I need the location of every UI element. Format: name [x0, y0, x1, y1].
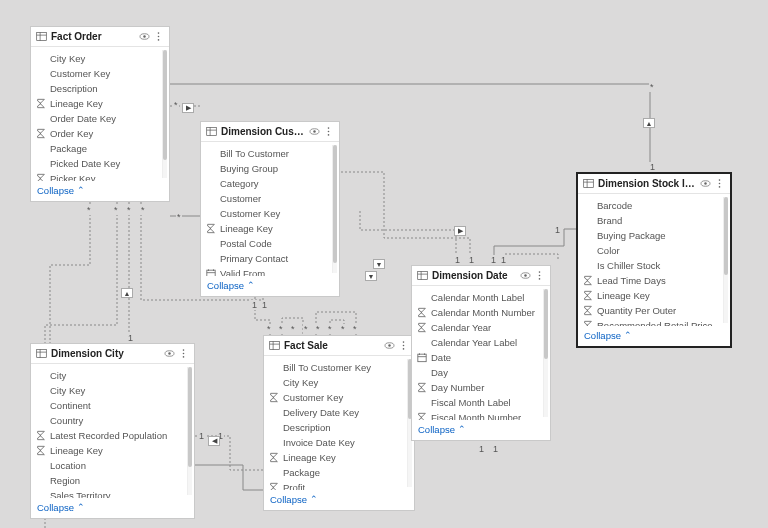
field-row[interactable]: Delivery Date Key — [264, 405, 407, 420]
field-row[interactable]: Calendar Month Number — [412, 305, 543, 320]
field-row[interactable]: Postal Code — [201, 236, 332, 251]
field-row[interactable]: Calendar Year — [412, 320, 543, 335]
table-card-dim_city[interactable]: Dimension CityCityCity KeyContinentCount… — [30, 343, 195, 519]
field-row[interactable]: City — [31, 368, 187, 383]
field-row[interactable]: Location — [31, 458, 187, 473]
field-row[interactable]: Calendar Year Label — [412, 335, 543, 350]
field-row[interactable]: City Key — [31, 383, 187, 398]
visible-icon[interactable] — [520, 270, 531, 281]
field-row[interactable]: Recommended Retail Price — [578, 318, 723, 326]
field-row[interactable]: Lineage Key — [201, 221, 332, 236]
collapse-link[interactable]: Collapse ⌃ — [31, 498, 194, 518]
field-row[interactable]: Fiscal Month Number — [412, 410, 543, 420]
more-icon[interactable] — [714, 178, 725, 189]
field-row[interactable]: Country — [31, 413, 187, 428]
field-row[interactable]: Buying Package — [578, 228, 723, 243]
field-row[interactable]: Profit — [264, 480, 407, 490]
filter-direction-icon[interactable]: ▼ — [373, 259, 385, 269]
field-row[interactable]: Customer Key — [201, 206, 332, 221]
field-row[interactable]: Category — [201, 176, 332, 191]
field-row[interactable]: Invoice Date Key — [264, 435, 407, 450]
filter-direction-icon[interactable]: ▲ — [121, 288, 133, 298]
field-row[interactable]: Bill To Customer Key — [264, 360, 407, 375]
visible-icon[interactable] — [139, 31, 150, 42]
field-row[interactable]: Description — [264, 420, 407, 435]
filter-direction-icon[interactable]: ▶ — [182, 103, 194, 113]
filter-direction-icon[interactable]: ▶ — [454, 226, 466, 236]
scrollbar[interactable] — [187, 367, 192, 495]
more-icon[interactable] — [398, 340, 409, 351]
field-row[interactable]: Primary Contact — [201, 251, 332, 266]
table-header[interactable]: Dimension City — [31, 344, 194, 364]
field-row[interactable]: Latest Recorded Population — [31, 428, 187, 443]
field-row[interactable]: Color — [578, 243, 723, 258]
field-row[interactable]: City Key — [264, 375, 407, 390]
table-card-fact_order[interactable]: Fact OrderCity KeyCustomer KeyDescriptio… — [30, 26, 170, 202]
table-header[interactable]: Fact Sale — [264, 336, 414, 356]
scrollbar[interactable] — [543, 289, 548, 417]
field-row[interactable]: Region — [31, 473, 187, 488]
filter-direction-icon[interactable]: ▲ — [643, 118, 655, 128]
field-row[interactable]: Valid From — [201, 266, 332, 276]
more-icon[interactable] — [534, 270, 545, 281]
field-row[interactable]: Bill To Customer — [201, 146, 332, 161]
field-row[interactable]: Customer Key — [264, 390, 407, 405]
field-row[interactable]: Quantity Per Outer — [578, 303, 723, 318]
visible-icon[interactable] — [164, 348, 175, 359]
field-row[interactable]: Lineage Key — [264, 450, 407, 465]
visible-icon[interactable] — [309, 126, 320, 137]
visible-icon[interactable] — [384, 340, 395, 351]
more-icon[interactable] — [178, 348, 189, 359]
collapse-link[interactable]: Collapse ⌃ — [264, 490, 414, 510]
field-row[interactable]: Lead Time Days — [578, 273, 723, 288]
scrollbar[interactable] — [332, 145, 337, 273]
field-row[interactable]: City Key — [31, 51, 162, 66]
collapse-link[interactable]: Collapse ⌃ — [412, 420, 550, 440]
table-card-dim_customer[interactable]: Dimension CustomerBill To CustomerBuying… — [200, 121, 340, 297]
field-row[interactable]: Buying Group — [201, 161, 332, 176]
filter-direction-icon[interactable]: ◀ — [208, 436, 220, 446]
chevron-up-icon: ⌃ — [77, 186, 85, 195]
more-icon[interactable] — [153, 31, 164, 42]
scrollbar[interactable] — [723, 197, 728, 323]
table-card-dim_date[interactable]: Dimension DateCalendar Month LabelCalend… — [411, 265, 551, 441]
field-row[interactable]: Picker Key — [31, 171, 162, 181]
more-icon[interactable] — [323, 126, 334, 137]
collapse-link[interactable]: Collapse ⌃ — [578, 326, 730, 346]
field-row[interactable]: Customer Key — [31, 66, 162, 81]
field-row[interactable]: Package — [264, 465, 407, 480]
svg-point-35 — [403, 348, 405, 350]
field-row[interactable]: Order Key — [31, 126, 162, 141]
table-card-fact_sale[interactable]: Fact SaleBill To Customer KeyCity KeyCus… — [263, 335, 415, 511]
field-row[interactable]: Lineage Key — [31, 96, 162, 111]
field-row[interactable]: Continent — [31, 398, 187, 413]
filter-direction-icon[interactable]: ▼ — [365, 271, 377, 281]
table-header[interactable]: Dimension Date — [412, 266, 550, 286]
field-row[interactable]: Picked Date Key — [31, 156, 162, 171]
field-row[interactable]: Brand — [578, 213, 723, 228]
field-row[interactable]: Date — [412, 350, 543, 365]
field-row[interactable]: Calendar Month Label — [412, 290, 543, 305]
field-row[interactable]: Order Date Key — [31, 111, 162, 126]
table-card-dim_stock[interactable]: Dimension Stock ItemBarcodeBrandBuying P… — [576, 172, 732, 348]
field-row[interactable]: Customer — [201, 191, 332, 206]
field-row[interactable]: Sales Territory — [31, 488, 187, 498]
field-row[interactable]: Fiscal Month Label — [412, 395, 543, 410]
collapse-link[interactable]: Collapse ⌃ — [201, 276, 339, 296]
table-header[interactable]: Dimension Stock Item — [578, 174, 730, 194]
field-label: Lineage Key — [50, 98, 103, 109]
scrollbar[interactable] — [162, 50, 167, 178]
visible-icon[interactable] — [700, 178, 711, 189]
field-row[interactable]: Lineage Key — [578, 288, 723, 303]
field-row[interactable]: Day Number — [412, 380, 543, 395]
field-row[interactable]: Is Chiller Stock — [578, 258, 723, 273]
collapse-link[interactable]: Collapse ⌃ — [31, 181, 169, 201]
table-header[interactable]: Dimension Customer — [201, 122, 339, 142]
field-row[interactable]: Package — [31, 141, 162, 156]
field-row[interactable]: Description — [31, 81, 162, 96]
field-row[interactable]: Lineage Key — [31, 443, 187, 458]
table-header[interactable]: Fact Order — [31, 27, 169, 47]
field-label: Calendar Year Label — [431, 337, 517, 348]
field-row[interactable]: Barcode — [578, 198, 723, 213]
field-row[interactable]: Day — [412, 365, 543, 380]
